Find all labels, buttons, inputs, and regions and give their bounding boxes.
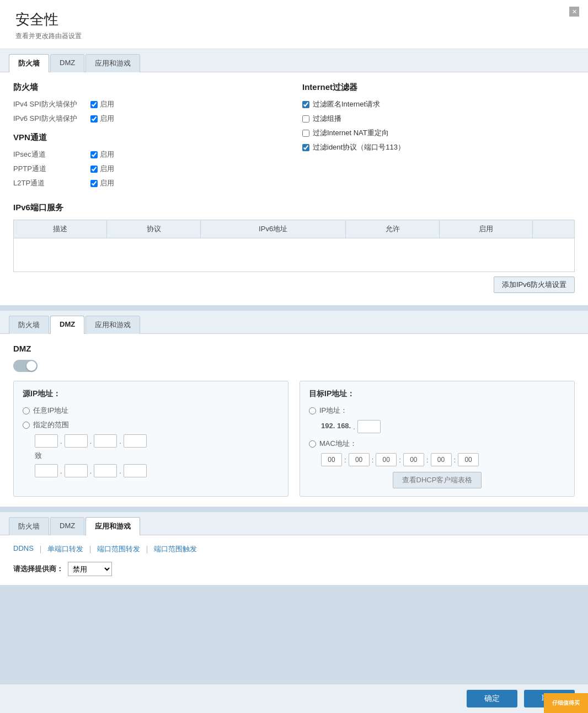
src-to-octet3[interactable] [94,464,117,477]
vpn-ipsec-label: IPsec通道 [13,150,90,159]
dest-ip-group: 192. 168. . [321,420,565,433]
close-button[interactable]: ✕ [569,7,579,17]
sub-nav-port-trigger[interactable]: 端口范围触发 [154,544,197,554]
dest-octet3[interactable] [357,420,381,433]
tab-apps-games-3[interactable]: 应用和游戏 [85,517,140,535]
page-container: 安全性 查看并更改路由器设置 ✕ 防火墙 DMZ 应用和游戏 防火墙 IPv4 … [0,0,588,713]
dest-ip-prefix: 192. 168. [321,422,351,430]
dmz-toggle-switch[interactable] [13,360,38,372]
table-row-empty [14,238,575,272]
tab-firewall-2[interactable]: 防火墙 [9,316,49,334]
ipv4-label: IPv4 SPI防火墙保护 [13,99,90,109]
to-text: 致 [35,451,279,461]
mac-address-radio-row: MAC地址： [309,439,565,449]
mac-part4[interactable] [403,453,424,466]
tab-firewall-3[interactable]: 防火墙 [9,517,49,535]
vpn-ipsec-row: IPsec通道 启用 [13,150,286,159]
dhcp-button[interactable]: 查看DHCP客户端表格 [393,472,482,488]
ipv6-service-section: IPv6端口服务 描述 协议 IPv6地址 允许 启用 [13,203,575,295]
apps-games-panel: 防火墙 DMZ 应用和游戏 DDNS ｜ 单端口转发 ｜ 端口范围转发 ｜ 端口… [0,512,588,587]
tab-dmz-3[interactable]: DMZ [50,517,84,535]
src-octet3[interactable] [94,434,117,448]
sub-nav-single-port[interactable]: 单端口转发 [47,544,83,554]
ipv4-checkbox[interactable] [90,101,98,108]
tab-dmz-2[interactable]: DMZ [50,316,84,334]
ipv6-checkbox[interactable] [90,115,98,123]
any-ip-radio[interactable] [23,407,30,414]
sub-nav-ddns[interactable]: DDNS [13,544,34,554]
src-sep3: . [119,437,121,445]
source-ip-to-group: . . . [35,464,279,477]
src-sep2: . [90,437,92,445]
src-octet2[interactable] [65,434,88,448]
filter-checkbox-2[interactable] [302,130,309,137]
specified-range-label: 指定的范围 [33,420,69,430]
dmz-content: DMZ 源IP地址： 任意IP地址 指定的范围 [0,334,588,507]
vpn-pptp-checkbox[interactable] [90,166,98,173]
any-ip-label: 任意IP地址 [33,406,68,416]
tab-apps-games-2[interactable]: 应用和游戏 [85,316,140,334]
dmz-panel: 防火墙 DMZ 应用和游戏 DMZ 源IP地址： 任意IP地址 [0,311,588,509]
provider-select[interactable]: 禁用 [68,562,112,576]
dmz-tabs-bar: 防火墙 DMZ 应用和游戏 [0,311,588,334]
provider-row: 请选择提供商： 禁用 [13,562,575,576]
any-ip-row: 任意IP地址 [23,406,279,416]
tab-dmz[interactable]: DMZ [50,54,84,72]
src-to-sep3: . [119,467,121,475]
add-ipv6-btn-row: 添加IPv6防火墙设置 [13,272,575,295]
dmz-heading: DMZ [13,344,575,353]
mac-part3[interactable] [376,453,397,466]
vpn-l2tp-enable: 启用 [100,178,114,188]
ipv6-label: IPv6 SPI防火墙保护 [13,114,90,124]
specified-range-radio[interactable] [23,422,30,429]
dest-sep1: . [353,423,355,431]
col-protocol: 协议 [107,220,200,238]
mac-part5[interactable] [431,453,452,466]
vpn-l2tp-checkbox[interactable] [90,180,98,187]
filter-checkbox-1[interactable] [302,115,309,123]
sub-nav-sep3: ｜ [143,544,151,554]
sub-nav-sep1: ｜ [37,544,44,554]
src-octet4[interactable] [124,434,147,448]
firewall-tabs-bar: 防火墙 DMZ 应用和游戏 [0,49,588,72]
ipv4-row: IPv4 SPI防火墙保护 启用 [13,99,286,109]
col-desc: 描述 [14,220,107,238]
watermark: 仔细值得买 [544,693,588,713]
mac-address-radio[interactable] [309,440,316,448]
ipv6-table: 描述 协议 IPv6地址 允许 启用 [13,220,575,272]
filter-item-2: 过滤Internet NAT重定向 [302,128,575,138]
mac-input-group: : : : : : [321,453,565,466]
tab-apps-games[interactable]: 应用和游戏 [85,54,140,72]
apps-tabs-bar: 防火墙 DMZ 应用和游戏 [0,512,588,535]
sub-nav-port-range[interactable]: 端口范围转发 [97,544,140,554]
mac-part6[interactable] [458,453,479,466]
tab-firewall[interactable]: 防火墙 [9,54,49,72]
vpn-l2tp-row: L2TP通道 启用 [13,178,286,188]
mac-part2[interactable] [349,453,370,466]
vpn-ipsec-checkbox[interactable] [90,151,98,158]
vpn-pptp-label: PPTP通道 [13,164,90,174]
firewall-left-col: 防火墙 IPv4 SPI防火墙保护 启用 IPv6 SPI防火墙保护 启用 VP… [13,82,286,193]
add-ipv6-button[interactable]: 添加IPv6防火墙设置 [494,276,575,293]
ipv6-row: IPv6 SPI防火墙保护 启用 [13,114,286,124]
filter-checkbox-3[interactable] [302,144,309,151]
firewall-heading: 防火墙 [13,82,286,93]
src-to-octet1[interactable] [35,464,58,477]
page-subtitle: 查看并更改路由器设置 [15,31,573,41]
src-to-octet2[interactable] [65,464,88,477]
source-ip-from-group: . . . [35,434,279,448]
sub-nav-sep2: ｜ [87,544,94,554]
src-octet1[interactable] [35,434,58,448]
vpn-l2tp-label: L2TP通道 [13,178,90,188]
mac-address-label: MAC地址： [319,439,357,449]
filter-checkbox-0[interactable] [302,101,309,108]
mac-sep1: : [344,456,346,464]
source-ip-title: 源IP地址： [23,389,279,399]
src-to-octet4[interactable] [124,464,147,477]
vpn-ipsec-enable: 启用 [100,150,114,159]
specified-range-row: 指定的范围 [23,420,279,430]
firewall-right-col: Internet过滤器 过滤匿名Internet请求 过滤组播 过滤Intern… [302,82,575,193]
mac-part1[interactable] [321,453,342,466]
ip-address-radio[interactable] [309,407,316,414]
confirm-button[interactable]: 确定 [467,690,517,707]
